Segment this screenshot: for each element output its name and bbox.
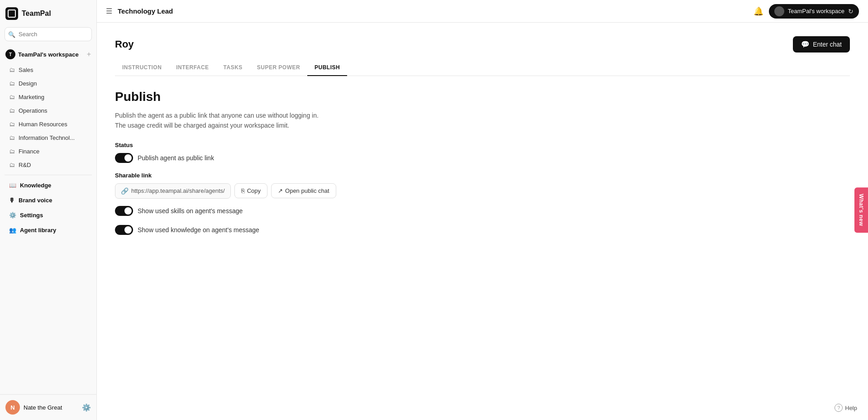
- publish-toggle-label: Publish agent as public link: [138, 154, 214, 162]
- add-workspace-icon[interactable]: +: [87, 50, 91, 58]
- sidebar-item-label: Operations: [19, 107, 48, 114]
- sidebar-item-label: Design: [19, 80, 37, 87]
- sidebar-item-label: Sales: [19, 67, 33, 73]
- tab-super-power[interactable]: SUPER POWER: [250, 60, 307, 76]
- gear-icon: ⚙️: [9, 212, 16, 219]
- workspace-button[interactable]: TeamPal's workspace ↻: [769, 4, 859, 19]
- sidebar-item-label: Knowledge: [20, 182, 51, 189]
- sidebar-item-brand-voice[interactable]: 🎙 Brand voice: [3, 193, 94, 207]
- topbar: ☰ Technology Lead 🔔 TeamPal's workspace …: [97, 0, 868, 23]
- sidebar-item-settings[interactable]: ⚙️ Settings: [3, 208, 94, 222]
- sidebar-item-label: Brand voice: [19, 197, 52, 204]
- workspace-label: TeamPal's workspace: [18, 51, 79, 58]
- folder-icon: 🗂: [9, 94, 15, 100]
- toggle-slider: [115, 206, 133, 216]
- tab-instruction[interactable]: INSTRUCTION: [115, 60, 169, 76]
- tab-interface[interactable]: INTERFACE: [169, 60, 216, 76]
- toggle-slider: [115, 153, 133, 163]
- copy-icon: ⎘: [241, 187, 245, 194]
- sidebar: TeamPal 🔍 T TeamPal's workspace + 🗂 Sale…: [0, 0, 97, 420]
- show-knowledge-toggle-row: Show used knowledge on agent's message: [115, 225, 850, 235]
- avatar: N: [5, 400, 20, 415]
- sharable-label: Sharable link: [115, 172, 850, 179]
- sidebar-item-agent-library[interactable]: 👥 Agent library: [3, 223, 94, 237]
- sharable-link-row: 🔗 https://app.teampal.ai/share/agents/ ⎘…: [115, 183, 850, 199]
- publish-toggle[interactable]: [115, 153, 133, 163]
- sidebar-item-it[interactable]: 🗂 Information Technol...: [3, 131, 94, 144]
- folder-icon: 🗂: [9, 121, 15, 128]
- copy-button[interactable]: ⎘ Copy: [234, 183, 267, 198]
- topbar-title: Technology Lead: [118, 7, 173, 15]
- sidebar-item-label: Information Technol...: [19, 134, 75, 141]
- publish-toggle-row: Publish agent as public link: [115, 153, 850, 163]
- folder-icon: 🗂: [9, 134, 15, 141]
- whats-new-tab[interactable]: What's new: [854, 187, 868, 233]
- open-public-chat-button[interactable]: ↗ Open public chat: [271, 183, 336, 198]
- sidebar-item-label: Finance: [19, 148, 39, 155]
- sidebar-item-hr[interactable]: 🗂 Human Resources: [3, 118, 94, 131]
- sidebar-item-label: Human Resources: [19, 121, 67, 128]
- mic-icon: 🎙: [9, 197, 15, 204]
- main-wrapper: ☰ Technology Lead 🔔 TeamPal's workspace …: [97, 0, 868, 420]
- app-name: TeamPal: [22, 10, 51, 18]
- sidebar-item-label: Agent library: [20, 227, 56, 234]
- tabs: INSTRUCTION INTERFACE TASKS SUPER POWER …: [115, 60, 850, 76]
- agent-name: Roy: [115, 38, 134, 50]
- sidebar-bottom: N Nate the Great ⚙️: [0, 394, 96, 420]
- sidebar-item-knowledge[interactable]: 📖 Knowledge: [3, 178, 94, 192]
- nav-divider: [5, 175, 92, 175]
- publish-description: Publish the agent as a public link that …: [115, 110, 850, 131]
- topbar-right: 🔔 TeamPal's workspace ↻: [754, 4, 859, 19]
- content-area: Roy 💬 Enter chat INSTRUCTION INTERFACE T…: [97, 23, 868, 420]
- sidebar-item-operations[interactable]: 🗂 Operations: [3, 104, 94, 117]
- logo-icon: [5, 7, 18, 20]
- tab-tasks[interactable]: TASKS: [216, 60, 250, 76]
- status-label: Status: [115, 142, 850, 148]
- folder-icon: 🗂: [9, 148, 15, 155]
- notification-bell-icon[interactable]: 🔔: [754, 6, 763, 16]
- external-link-icon: ↗: [278, 187, 283, 194]
- help-label: Help: [845, 405, 857, 411]
- sidebar-item-finance[interactable]: 🗂 Finance: [3, 145, 94, 158]
- sidebar-item-rnd[interactable]: 🗂 R&D: [3, 158, 94, 172]
- workspace-btn-avatar: [774, 6, 784, 16]
- workspace-row[interactable]: T TeamPal's workspace +: [0, 46, 96, 63]
- chat-icon: 💬: [801, 40, 810, 48]
- search-icon: 🔍: [8, 31, 15, 38]
- workspace-btn-label: TeamPal's workspace: [788, 8, 844, 14]
- workspace-avatar: T: [5, 49, 15, 59]
- toggle-slider: [115, 225, 133, 235]
- show-skills-toggle-row: Show used skills on agent's message: [115, 206, 850, 216]
- enter-chat-button[interactable]: 💬 Enter chat: [793, 36, 850, 52]
- sidebar-item-marketing[interactable]: 🗂 Marketing: [3, 91, 94, 104]
- link-icon: 🔗: [121, 187, 129, 195]
- sidebar-item-label: Settings: [20, 212, 43, 219]
- agent-header: Roy 💬 Enter chat: [115, 36, 850, 52]
- link-url: https://app.teampal.ai/share/agents/: [131, 187, 225, 194]
- folder-icon: 🗂: [9, 67, 15, 73]
- sidebar-item-label: Marketing: [19, 94, 44, 100]
- show-skills-label: Show used skills on agent's message: [138, 207, 243, 215]
- users-icon: 👥: [9, 227, 16, 234]
- tab-publish[interactable]: PUBLISH: [307, 60, 347, 76]
- help-circle-icon: ?: [835, 404, 843, 412]
- user-settings-icon[interactable]: ⚙️: [82, 403, 91, 412]
- sidebar-item-sales[interactable]: 🗂 Sales: [3, 63, 94, 76]
- sidebar-item-label: R&D: [19, 162, 31, 168]
- help-button[interactable]: ? Help: [835, 404, 857, 412]
- refresh-icon: ↻: [848, 8, 854, 15]
- search-container: 🔍: [5, 27, 92, 41]
- publish-title: Publish: [115, 90, 850, 104]
- search-input[interactable]: [5, 27, 92, 41]
- show-skills-toggle[interactable]: [115, 206, 133, 216]
- nav-folders: 🗂 Sales 🗂 Design 🗂 Marketing 🗂 Operation…: [0, 63, 96, 172]
- app-logo[interactable]: TeamPal: [0, 0, 96, 27]
- folder-icon: 🗂: [9, 80, 15, 87]
- show-knowledge-toggle[interactable]: [115, 225, 133, 235]
- sidebar-item-design[interactable]: 🗂 Design: [3, 77, 94, 90]
- folder-icon: 🗂: [9, 162, 15, 168]
- hamburger-icon[interactable]: ☰: [106, 7, 112, 15]
- book-icon: 📖: [9, 182, 16, 189]
- folder-icon: 🗂: [9, 107, 15, 114]
- show-knowledge-label: Show used knowledge on agent's message: [138, 226, 259, 234]
